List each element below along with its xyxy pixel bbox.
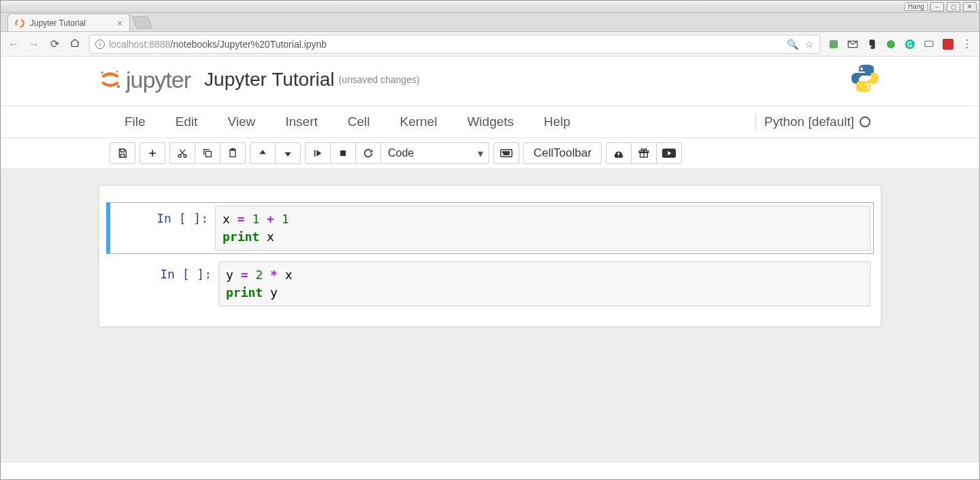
- kernel-indicator[interactable]: Python [default]: [755, 114, 870, 129]
- tab-close-icon[interactable]: ×: [117, 18, 122, 29]
- menu-insert[interactable]: Insert: [270, 114, 333, 129]
- mail-icon[interactable]: [847, 39, 858, 50]
- copy-button[interactable]: [195, 142, 220, 164]
- svg-rect-1: [830, 40, 838, 48]
- home-button[interactable]: [69, 37, 81, 51]
- zoom-icon[interactable]: 🔍: [787, 39, 798, 50]
- notebook-container: In [ ]:x = 1 + 1 print xIn [ ]:y = 2 * x…: [99, 185, 881, 327]
- svg-rect-18: [503, 152, 504, 153]
- menu-help[interactable]: Help: [529, 114, 585, 129]
- application-window: Hang – ▢ ✕ Jupyter Tutorial × ← → ⟳ i lo…: [0, 0, 980, 480]
- maximize-button[interactable]: ▢: [947, 2, 960, 12]
- svg-rect-19: [506, 152, 507, 153]
- upload-button[interactable]: [606, 142, 632, 164]
- window-titlebar: Hang – ▢ ✕: [1, 1, 979, 13]
- move-down-button[interactable]: [275, 142, 301, 164]
- cut-button[interactable]: [169, 142, 195, 164]
- titlebar-hang-label: Hang: [904, 2, 928, 11]
- chat-icon[interactable]: [924, 39, 934, 50]
- menu-edit[interactable]: Edit: [161, 114, 213, 129]
- close-window-button[interactable]: ✕: [963, 2, 977, 12]
- svg-rect-12: [206, 151, 211, 157]
- cell-input[interactable]: y = 2 * x print y: [218, 261, 870, 306]
- reload-button[interactable]: ⟳: [48, 37, 61, 50]
- jupyter-menubar: File Edit View Insert Cell Kernel Widget…: [99, 106, 881, 138]
- browser-menu-icon[interactable]: ⋮: [962, 37, 973, 50]
- site-info-icon[interactable]: i: [95, 39, 105, 49]
- paste-button[interactable]: [220, 142, 246, 164]
- svg-rect-20: [508, 152, 509, 153]
- svg-rect-15: [314, 150, 316, 156]
- tab-favicon-jupyter-icon: [15, 18, 24, 28]
- cell-input[interactable]: x = 1 + 1 print x: [215, 206, 870, 251]
- address-bar[interactable]: i localhost:8888/notebooks/Jupyter%20Tut…: [89, 35, 820, 54]
- bookmark-star-icon[interactable]: ☆: [805, 39, 814, 50]
- menu-kernel[interactable]: Kernel: [385, 114, 452, 129]
- notebook-title[interactable]: Jupyter Tutorial: [204, 69, 334, 91]
- interrupt-button[interactable]: [330, 142, 356, 164]
- cell-prompt: In [ ]:: [110, 261, 218, 306]
- new-tab-button[interactable]: [132, 16, 153, 29]
- svg-rect-16: [340, 150, 346, 156]
- menu-cell[interactable]: Cell: [333, 114, 385, 129]
- restart-button[interactable]: [355, 142, 381, 164]
- jupyter-logo[interactable]: jupyter: [99, 67, 191, 93]
- forward-button[interactable]: →: [28, 38, 40, 50]
- add-cell-button[interactable]: [140, 142, 165, 164]
- url-text: localhost:8888/notebooks/Jupyter%20Tutor…: [109, 39, 327, 50]
- green-dot-icon[interactable]: [885, 39, 896, 50]
- jupyter-toolbar: Code CellToolbar: [99, 142, 881, 164]
- browser-tabstrip: Jupyter Tutorial ×: [1, 13, 979, 32]
- save-button[interactable]: [110, 142, 135, 164]
- python-logo-icon[interactable]: [849, 62, 881, 97]
- svg-point-2: [887, 40, 895, 48]
- red-square-icon[interactable]: [943, 39, 953, 50]
- menu-widgets[interactable]: Widgets: [452, 114, 529, 129]
- browser-toolbar: ← → ⟳ i localhost:8888/notebooks/Jupyter…: [1, 32, 979, 57]
- svg-point-7: [101, 71, 103, 74]
- evernote-icon[interactable]: [866, 39, 877, 50]
- code-cell[interactable]: In [ ]:y = 2 * x print y: [106, 258, 874, 310]
- svg-rect-6: [943, 39, 953, 50]
- save-status: (unsaved changes): [338, 74, 419, 85]
- grammarly-icon[interactable]: G: [904, 39, 915, 50]
- cell-prompt: In [ ]:: [110, 206, 215, 251]
- cell-type-select[interactable]: Code: [380, 142, 489, 164]
- move-up-button[interactable]: [250, 142, 276, 164]
- svg-text:G: G: [907, 41, 913, 48]
- notebook-background: In [ ]:x = 1 + 1 print xIn [ ]:y = 2 * x…: [1, 169, 979, 463]
- menu-view[interactable]: View: [212, 114, 270, 129]
- svg-rect-21: [504, 154, 509, 155]
- run-button[interactable]: [305, 142, 331, 164]
- svg-point-0: [16, 19, 23, 27]
- kernel-name: Python [default]: [764, 114, 854, 129]
- extension-icons: G: [828, 39, 953, 50]
- tab-title: Jupyter Tutorial: [30, 18, 86, 28]
- jupyter-logo-text: jupyter: [126, 67, 191, 93]
- gift-button[interactable]: [631, 142, 657, 164]
- command-palette-button[interactable]: [493, 142, 519, 164]
- minimize-button[interactable]: –: [930, 2, 944, 12]
- celltoolbar-button[interactable]: CellToolbar: [523, 142, 602, 164]
- svg-rect-5: [925, 41, 933, 46]
- extension-icon-1[interactable]: [828, 39, 839, 50]
- menu-file[interactable]: File: [110, 114, 161, 129]
- kernel-status-icon: [860, 116, 870, 127]
- play-video-button[interactable]: [656, 142, 682, 164]
- back-button[interactable]: ←: [7, 38, 20, 50]
- svg-point-8: [117, 85, 120, 88]
- svg-point-9: [116, 71, 118, 73]
- page-content: jupyter Jupyter Tutorial (unsaved change…: [1, 57, 979, 479]
- browser-tab[interactable]: Jupyter Tutorial ×: [7, 14, 130, 31]
- code-cell[interactable]: In [ ]:x = 1 + 1 print x: [106, 202, 874, 254]
- jupyter-header: jupyter Jupyter Tutorial (unsaved change…: [1, 57, 979, 106]
